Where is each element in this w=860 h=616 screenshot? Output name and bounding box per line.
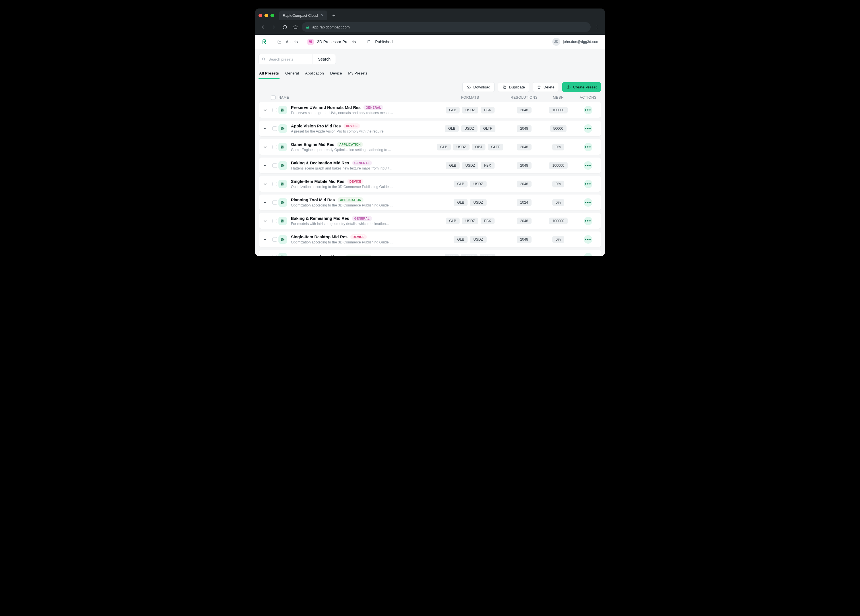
app-root: Assets 3D Processor Presets Published [255, 35, 605, 256]
duplicate-button[interactable]: Duplicate [498, 82, 529, 92]
expand-row-button[interactable] [259, 200, 271, 205]
back-button[interactable] [259, 22, 268, 31]
svg-point-19 [284, 146, 284, 147]
sliders-icon [278, 198, 287, 207]
svg-point-32 [281, 240, 282, 240]
sliders-icon [278, 161, 287, 170]
folder-icon [276, 39, 282, 45]
home-button[interactable] [291, 22, 300, 31]
mesh-chip: 0% [552, 181, 564, 187]
svg-point-29 [281, 221, 282, 222]
row-checkbox[interactable] [272, 255, 277, 256]
chevron-down-icon [263, 145, 267, 149]
row-checkbox[interactable] [272, 219, 277, 223]
format-chip: GLB [446, 162, 460, 169]
expand-row-button[interactable] [259, 108, 271, 112]
search-input[interactable] [268, 57, 317, 62]
forward-button[interactable] [269, 22, 278, 31]
svg-point-27 [282, 201, 283, 202]
svg-point-15 [282, 127, 283, 128]
row-checkbox[interactable] [272, 200, 277, 205]
search-button[interactable]: Search [312, 54, 336, 64]
minimize-window-icon[interactable] [265, 14, 268, 17]
filter-tab[interactable]: Device [330, 69, 342, 77]
preset-description: Optimization according to the 3D Commerc… [291, 240, 393, 244]
table-header: NAME FORMATS RESOLUTIONS MESH ACTIONS [255, 94, 605, 102]
row-menu-button[interactable]: ••• [584, 253, 592, 256]
browser-tab[interactable]: RapidCompact Cloud ✕ [279, 11, 327, 20]
reload-button[interactable] [280, 22, 289, 31]
create-preset-button[interactable]: Create Preset [562, 82, 601, 92]
nav-presets[interactable]: 3D Processor Presets [306, 37, 358, 47]
row-menu-button[interactable]: ••• [584, 235, 592, 244]
row-menu-button[interactable]: ••• [584, 198, 592, 207]
expand-row-button[interactable] [259, 219, 271, 223]
row-menu-button[interactable]: ••• [584, 217, 592, 225]
fullscreen-window-icon[interactable] [270, 14, 274, 17]
row-checkbox[interactable] [272, 108, 277, 112]
mesh-cell: 0% [541, 144, 575, 151]
chevron-down-icon [263, 182, 267, 186]
nav-published[interactable]: Published [364, 37, 394, 47]
mesh-chip: 50000 [550, 125, 567, 132]
preset-name: Preserve UVs and Normals Mid Res [291, 105, 361, 110]
window-controls[interactable] [259, 14, 276, 17]
expand-row-button[interactable] [259, 237, 271, 242]
row-menu-button[interactable]: ••• [584, 106, 592, 114]
row-checkbox[interactable] [272, 145, 277, 149]
new-tab-button[interactable]: ＋ [330, 11, 338, 19]
nav-label: Published [375, 39, 393, 44]
row-menu-button[interactable]: ••• [584, 161, 592, 170]
format-chip: GLB [454, 199, 468, 206]
nav-assets[interactable]: Assets [275, 37, 300, 47]
row-checkbox[interactable] [272, 126, 277, 131]
filter-tab[interactable]: My Presets [347, 69, 368, 77]
expand-row-button[interactable] [259, 255, 271, 256]
browser-menu-button[interactable] [592, 22, 601, 31]
expand-row-button[interactable] [259, 126, 271, 131]
avatar: JD [552, 38, 560, 46]
row-menu-button[interactable]: ••• [584, 143, 592, 151]
row-checkbox[interactable] [272, 237, 277, 242]
preset-description: A preset for the Apple Vision Pro to com… [291, 129, 386, 134]
preset-name: Planning Tool Mid Res [291, 198, 335, 202]
close-window-icon[interactable] [259, 14, 262, 17]
resolution-cell: 2048 [507, 181, 541, 187]
row-menu-button[interactable]: ••• [584, 124, 592, 133]
mesh-chip: 100000 [549, 162, 568, 169]
filter-tab[interactable]: General [285, 69, 300, 77]
mesh-cell: 100000 [541, 162, 575, 169]
delete-button[interactable]: Delete [533, 82, 559, 92]
col-name: NAME [278, 96, 433, 99]
app-logo[interactable] [261, 38, 268, 46]
expand-row-button[interactable] [259, 163, 271, 168]
user-menu[interactable]: JD john.doe@dgg3d.com [552, 38, 599, 46]
search-box[interactable]: ✕ [259, 54, 312, 64]
address-bar[interactable]: app.rapidcompact.com [302, 22, 591, 32]
svg-point-7 [262, 58, 265, 60]
expand-row-button[interactable] [259, 182, 271, 186]
select-all-checkbox[interactable] [271, 95, 276, 100]
expand-row-button[interactable] [259, 145, 271, 149]
preset-name: Apple Vision Pro Mid Res [291, 124, 341, 128]
svg-point-1 [597, 27, 597, 27]
format-chip: GLB [437, 144, 451, 151]
table-row: Apple Vision Pro Mid ResDEVICEA preset f… [259, 121, 601, 136]
lock-icon [306, 25, 309, 29]
formats-cell: GLBUSDZ [433, 181, 507, 187]
filter-tab[interactable]: All Presets [259, 69, 279, 77]
row-checkbox[interactable] [272, 182, 277, 186]
svg-point-22 [284, 165, 284, 166]
svg-point-34 [284, 239, 284, 240]
svg-point-20 [281, 166, 282, 167]
download-button[interactable]: Download [463, 82, 494, 92]
close-tab-icon[interactable]: ✕ [321, 13, 324, 17]
filter-tabs: All PresetsGeneralApplicationDeviceMy Pr… [255, 66, 605, 78]
row-menu-button[interactable]: ••• [584, 180, 592, 188]
preset-name: Baking & Decimation Mid Res [291, 161, 349, 165]
svg-point-13 [284, 110, 284, 110]
table-body: Preserve UVs and Normals Mid ResGENERALP… [255, 102, 605, 256]
filter-tab[interactable]: Application [304, 69, 325, 77]
row-checkbox[interactable] [272, 163, 277, 168]
format-chip: FBX [481, 162, 494, 169]
